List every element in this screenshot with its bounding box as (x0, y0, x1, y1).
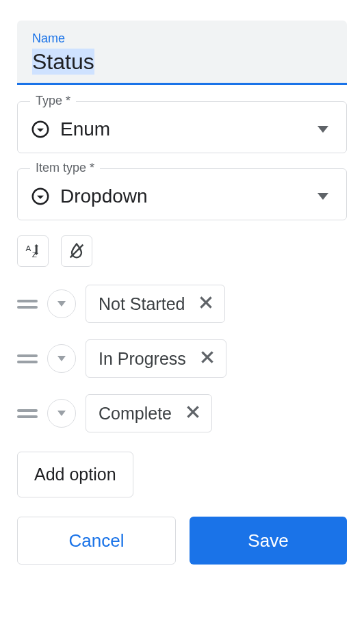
enum-type-icon (30, 119, 51, 140)
enum-option-row: Complete (17, 394, 347, 432)
option-color-dropdown[interactable] (47, 289, 76, 318)
remove-option-button[interactable] (184, 403, 202, 424)
svg-text:A: A (26, 244, 31, 252)
type-select-value: Enum (60, 118, 110, 140)
enum-option-chip[interactable]: In Progress (86, 339, 226, 378)
sort-alpha-button[interactable]: A Z (17, 235, 49, 267)
option-color-dropdown[interactable] (47, 399, 76, 428)
chevron-down-icon (317, 193, 328, 200)
dropdown-type-icon (30, 186, 51, 207)
enum-option-label: Complete (99, 404, 172, 424)
enum-option-label: In Progress (99, 349, 186, 369)
enum-options-list: Not Started In Progress (17, 285, 347, 432)
cancel-button[interactable]: Cancel (17, 517, 176, 565)
item-type-select-value: Dropdown (60, 185, 148, 207)
enum-option-label: Not Started (99, 294, 185, 314)
enum-option-row: In Progress (17, 339, 347, 378)
type-select[interactable]: Type * Enum (17, 101, 347, 153)
add-option-button[interactable]: Add option (17, 452, 133, 497)
drag-handle-icon[interactable] (17, 354, 38, 363)
name-input-field[interactable]: Name Status (17, 21, 347, 85)
remove-option-button[interactable] (198, 348, 216, 369)
remove-option-button[interactable] (197, 294, 215, 314)
enum-option-row: Not Started (17, 285, 347, 323)
name-field-label: Name (32, 31, 332, 46)
option-color-dropdown[interactable] (47, 344, 76, 373)
dialog-footer: Cancel Save (17, 517, 347, 565)
type-select-label: Type * (30, 94, 76, 108)
item-type-select-label: Item type * (30, 161, 100, 175)
enum-option-chip[interactable]: Complete (86, 394, 212, 432)
item-type-select[interactable]: Item type * Dropdown (17, 168, 347, 220)
save-button[interactable]: Save (190, 517, 347, 565)
drag-handle-icon[interactable] (17, 409, 38, 418)
chevron-down-icon (317, 126, 328, 133)
colorblind-toggle-button[interactable] (61, 235, 92, 267)
enum-option-chip[interactable]: Not Started (86, 285, 225, 323)
name-field-value[interactable]: Status (32, 49, 94, 75)
drag-handle-icon[interactable] (17, 300, 38, 309)
options-toolbar: A Z (17, 235, 347, 267)
